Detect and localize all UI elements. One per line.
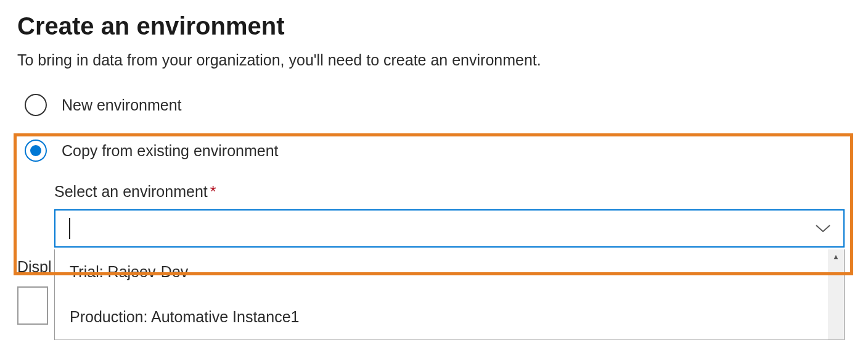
select-environment-dropdown[interactable]	[54, 209, 845, 248]
display-name-label-fragment: Displ	[17, 258, 52, 276]
radio-button-icon	[25, 94, 47, 116]
dropdown-option[interactable]: Trial: Rajeev-Dev	[55, 249, 844, 294]
select-label-text: Select an environment	[54, 183, 208, 200]
select-environment-label: Select an environment*	[54, 183, 851, 201]
radio-button-icon	[25, 140, 47, 162]
page-title: Create an environment	[17, 12, 851, 40]
display-name-input-fragment[interactable]	[17, 286, 48, 325]
required-indicator: *	[210, 183, 216, 200]
page-subtitle: To bring in data from your organization,…	[17, 51, 851, 69]
dropdown-option[interactable]: Production: Automative Instance1	[55, 294, 844, 340]
scroll-up-arrow-icon[interactable]: ▲	[828, 249, 844, 264]
select-environment-section: Select an environment*	[54, 183, 851, 248]
radio-label: New environment	[62, 96, 182, 114]
environment-dropdown-list: ▲ Trial: Rajeev-Dev Production: Automati…	[54, 249, 845, 340]
chevron-down-icon	[815, 223, 831, 233]
radio-label: Copy from existing environment	[62, 142, 279, 160]
dropdown-scrollbar[interactable]: ▲	[828, 249, 844, 340]
radio-copy-environment[interactable]: Copy from existing environment	[17, 140, 851, 162]
select-environment-input[interactable]	[68, 211, 815, 246]
text-cursor-icon	[69, 218, 70, 239]
environment-type-radio-group: New environment Copy from existing envir…	[17, 94, 851, 162]
radio-new-environment[interactable]: New environment	[17, 94, 851, 116]
